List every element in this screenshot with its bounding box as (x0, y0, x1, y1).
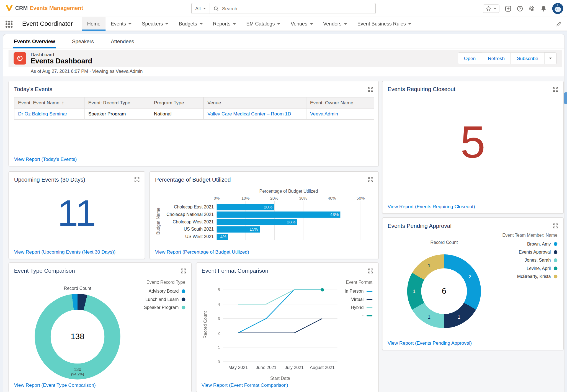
workspace: Events Overview Speakers Attendees Dashb… (3, 34, 565, 392)
legend-label: Advisory Board (149, 289, 179, 294)
bar-category-label: Cholecap East 2021 (154, 203, 214, 211)
subscribe-button[interactable]: Subscribe (511, 52, 544, 64)
star-icon (486, 6, 491, 11)
user-avatar[interactable] (552, 3, 563, 14)
nav-tab-budgets[interactable]: Budgets (174, 17, 208, 30)
search-icon (213, 6, 219, 11)
nav-tab-em-catalogs[interactable]: EM Catalogs (241, 17, 285, 30)
line-series (238, 290, 322, 333)
y-axis-tick: 5 (218, 288, 220, 292)
venue-link[interactable]: Valley Care Medical Center – Room 1D (207, 111, 291, 117)
bar-row: 20% (217, 203, 361, 211)
search-scope-select[interactable]: All (192, 3, 210, 14)
settings-button[interactable] (529, 5, 535, 12)
nav-tab-reports[interactable]: Reports (208, 17, 241, 30)
chart-measure-label: Record Count (35, 286, 120, 291)
side-panel-tab[interactable] (564, 92, 567, 104)
event-type-comparison-card: Event Type Comparison Record Count Event… (9, 262, 192, 392)
nav-tab-venues[interactable]: Venues (285, 17, 318, 30)
y-axis-tick: 0 (218, 360, 220, 364)
upcoming-events-card: Upcoming Events (30 Days) 11 View Report… (9, 171, 145, 259)
bar-value-label: 43% (330, 211, 339, 218)
x-axis-tick: 40% (328, 196, 336, 200)
expand-icon[interactable] (368, 176, 373, 182)
nav-tab-label: Vendors (323, 21, 341, 27)
header-utilities: ? (483, 0, 563, 17)
column-header-venue[interactable]: Venue (203, 97, 306, 108)
donut-chart[interactable]: 6 21111 (407, 254, 481, 328)
legend-item: Jones, Sarah (502, 258, 557, 263)
bar[interactable]: 4% (217, 233, 228, 240)
chart-legend: Event Team Member: NameBrown, AmyEvents … (502, 233, 557, 282)
subtab-attendees[interactable]: Attendees (111, 34, 134, 48)
favorites-control[interactable] (483, 4, 499, 13)
owner-link[interactable]: Veeva Admin (310, 111, 338, 117)
y-axis-tick: 1 (218, 345, 220, 350)
chevron-down-icon (344, 23, 347, 24)
app-name: Event Coordinator (22, 20, 73, 28)
search-input[interactable] (219, 6, 375, 11)
edit-nav-button[interactable] (556, 21, 562, 28)
events-pending-approval-card: Events Pending Approval Record Count Eve… (382, 217, 564, 350)
bar[interactable]: 43% (217, 211, 341, 218)
notifications-button[interactable] (540, 5, 547, 12)
legend-marker (182, 289, 185, 293)
nav-tab-speakers[interactable]: Speakers (137, 17, 174, 30)
subtab-speakers[interactable]: Speakers (72, 34, 94, 48)
nav-tab-label: Speakers (142, 21, 163, 27)
event-format-comparison-card: Event Format Comparison Event FormatIn P… (196, 262, 379, 392)
x-axis-tick: 0% (214, 196, 220, 200)
column-header-record-type[interactable]: Event: Record Type (84, 97, 150, 108)
view-report-link[interactable]: View Report (Upcoming Events (Next 30 Da… (14, 249, 116, 255)
column-header-owner-name[interactable]: Event: Owner Name (306, 97, 374, 108)
bar-value-label: 28% (287, 219, 295, 225)
expand-icon[interactable] (553, 223, 558, 228)
expand-icon[interactable] (553, 86, 558, 92)
refresh-button[interactable]: Refresh (482, 52, 511, 64)
nav-tab-event-business-rules[interactable]: Event Business Rules (352, 17, 416, 30)
nav-tab-events[interactable]: Events (105, 17, 136, 30)
brand-suffix: Events Management (30, 5, 83, 11)
view-report-link[interactable]: View Report (Event Format Comparison) (202, 382, 288, 388)
line-series (238, 319, 322, 333)
open-button[interactable]: Open (458, 52, 482, 64)
chart-legend: Event: Record TypeAdvisory BoardLunch an… (144, 280, 185, 313)
donut-slice-value: 1 (458, 314, 460, 320)
bar-chart: 20%43%28%15%4% (217, 203, 361, 240)
subtab-events-overview[interactable]: Events Overview (14, 34, 55, 48)
bar[interactable]: 20% (217, 204, 274, 210)
global-search[interactable]: All (191, 3, 376, 14)
subtab-label: Events Overview (14, 38, 55, 44)
search-scope-value: All (195, 6, 200, 11)
help-button[interactable]: ? (517, 5, 523, 12)
card-title: Events Requiring Closeout (388, 86, 455, 93)
view-report-link[interactable]: View Report (Events Requiring Closeout) (388, 204, 475, 209)
view-report-link[interactable]: View Report (Percentage of Budget Utiliz… (155, 249, 249, 255)
view-report-link[interactable]: View Report (Event Type Comparison) (14, 382, 96, 388)
donut-chart[interactable]: 138 130(94.2%) (35, 294, 120, 379)
expand-icon[interactable] (368, 268, 373, 274)
expand-icon[interactable] (134, 176, 140, 182)
more-actions-button[interactable] (544, 52, 556, 64)
chevron-down-icon (310, 23, 313, 24)
column-header-event-name[interactable]: Event: Event Name↑ (14, 97, 84, 108)
event-name-link[interactable]: Dr Oz Balding Seminar (18, 111, 67, 117)
nav-tab-vendors[interactable]: Vendors (318, 17, 352, 30)
add-button[interactable] (505, 5, 511, 12)
expand-icon[interactable] (181, 268, 186, 274)
column-header-program-type[interactable]: Program Type (150, 97, 203, 108)
app-launcher-icon[interactable] (6, 21, 12, 28)
chevron-down-icon (200, 23, 203, 24)
nav-tab-home[interactable]: Home (82, 17, 105, 30)
x-axis-tick: 50% (357, 196, 365, 200)
chart-measure-label: Record Count (407, 240, 481, 245)
bar[interactable]: 28% (217, 219, 297, 225)
x-axis-ticks: 0%10%20%30%40%50% (217, 196, 361, 200)
bar[interactable]: 15% (217, 226, 260, 233)
nav-tab-label: EM Catalogs (246, 21, 275, 27)
legend-item: Lunch and Learn (144, 297, 185, 302)
view-report-link[interactable]: View Report (Events Pending Approval) (388, 340, 472, 346)
legend-marker (182, 306, 185, 309)
expand-icon[interactable] (368, 86, 373, 92)
view-report-link[interactable]: View Report (Today's Events) (14, 156, 77, 162)
